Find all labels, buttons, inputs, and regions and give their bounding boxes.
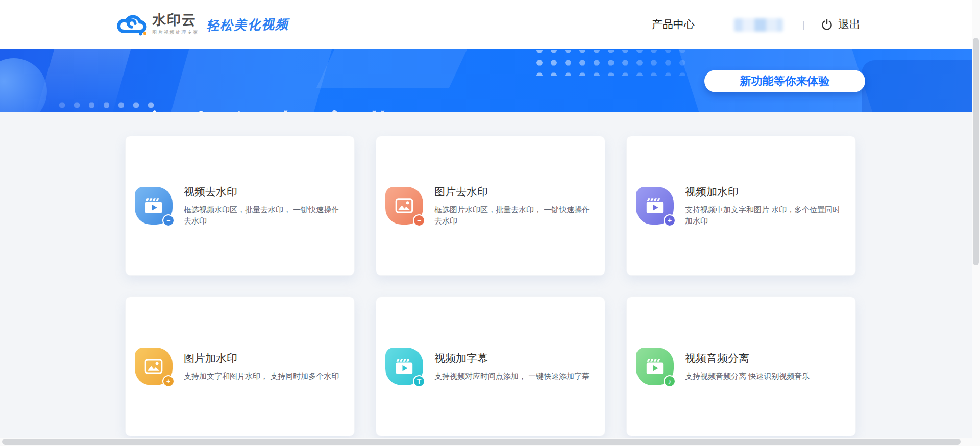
card-desc: 框选图片水印区，批量去水印， 一键快速操作去水印 bbox=[434, 204, 595, 227]
logo-subtitle: 图片视频处理专家 bbox=[152, 29, 199, 36]
horizontal-scrollbar-track[interactable] bbox=[0, 438, 972, 446]
header-divider: | bbox=[802, 0, 805, 49]
minus-badge-icon: − bbox=[162, 214, 175, 227]
card-image-add-watermark[interactable]: + 图片加水印 支持加文字和图片水印， 支持同时加多个水印 bbox=[125, 296, 355, 436]
card-desc: 支持视频音频分离 快速识别视频音乐 bbox=[685, 370, 810, 382]
banner-dots-pattern bbox=[54, 94, 159, 112]
logo[interactable]: 水印云 图片视频处理专家 轻松美化视频 bbox=[116, 10, 289, 39]
logout-label: 退出 bbox=[838, 17, 861, 32]
card-title: 视频音频分离 bbox=[685, 351, 810, 365]
horizontal-scrollbar-thumb[interactable] bbox=[2, 439, 961, 445]
power-icon bbox=[821, 18, 833, 31]
banner-decor-shape bbox=[316, 49, 470, 88]
banner-dots-pattern bbox=[532, 50, 690, 76]
hero-banner: 视频添加字幕 新功能等你来体验 bbox=[0, 49, 972, 112]
card-video-remove-watermark[interactable]: − 视频去水印 框选视频水印区，批量去水印， 一键快速操作去水印 bbox=[125, 136, 355, 276]
page: 水印云 图片视频处理专家 轻松美化视频 产品中心 | 退出 视频添加字幕 新功能… bbox=[0, 0, 980, 446]
card-desc: 支持视频对应时间点添加， 一键快速添加字幕 bbox=[434, 370, 590, 382]
film-clapper-icon bbox=[143, 195, 164, 216]
vertical-scrollbar-track[interactable] bbox=[972, 0, 980, 446]
card-video-add-subtitle[interactable]: T 视频加字幕 支持视频对应时间点添加， 一键快速添加字幕 bbox=[376, 296, 605, 436]
nav-product-center[interactable]: 产品中心 bbox=[652, 0, 695, 49]
video-audio-separate-icon: ♪ bbox=[636, 348, 674, 385]
picture-icon bbox=[143, 356, 164, 377]
film-clapper-icon bbox=[644, 356, 666, 377]
user-name-blurred[interactable] bbox=[734, 18, 783, 32]
image-remove-watermark-icon: − bbox=[385, 187, 423, 225]
film-clapper-icon bbox=[394, 356, 415, 377]
card-title: 视频加字幕 bbox=[434, 351, 590, 365]
plus-badge-icon: + bbox=[664, 214, 676, 227]
banner-title: 视频添加字幕 bbox=[145, 110, 407, 112]
banner-decor-circle bbox=[0, 58, 47, 112]
card-video-add-watermark[interactable]: + 视频加水印 支持视频中加文字和图片 水印，多个位置同时加水印 bbox=[626, 136, 856, 276]
music-note-badge-icon: ♪ bbox=[664, 375, 676, 387]
card-desc: 支持视频中加文字和图片 水印，多个位置同时加水印 bbox=[685, 204, 845, 227]
card-title: 图片去水印 bbox=[434, 185, 595, 199]
cloud-logo-icon bbox=[116, 12, 148, 37]
video-add-subtitle-icon: T bbox=[385, 348, 423, 385]
logout-button[interactable]: 退出 bbox=[821, 0, 861, 49]
card-video-audio-separate[interactable]: ♪ 视频音频分离 支持视频音频分离 快速识别视频音乐 bbox=[626, 296, 856, 436]
banner-decor-blob bbox=[862, 60, 972, 112]
image-add-watermark-icon: + bbox=[135, 348, 173, 385]
picture-icon bbox=[394, 195, 415, 216]
new-feature-cta-button[interactable]: 新功能等你来体验 bbox=[704, 70, 865, 92]
film-clapper-icon bbox=[644, 195, 666, 216]
card-desc: 支持加文字和图片水印， 支持同时加多个水印 bbox=[184, 370, 339, 382]
subtitle-T-badge-icon: T bbox=[413, 375, 425, 387]
minus-badge-icon: − bbox=[413, 214, 425, 227]
card-title: 视频加水印 bbox=[685, 185, 845, 199]
card-image-remove-watermark[interactable]: − 图片去水印 框选图片水印区，批量去水印， 一键快速操作去水印 bbox=[376, 136, 605, 276]
vertical-scrollbar-thumb[interactable] bbox=[973, 38, 979, 265]
plus-badge-icon: + bbox=[162, 375, 175, 387]
logo-slogan: 轻松美化视频 bbox=[206, 15, 289, 34]
video-remove-watermark-icon: − bbox=[135, 187, 173, 225]
card-desc: 框选视频水印区，批量去水印， 一键快速操作去水印 bbox=[184, 204, 344, 227]
card-title: 视频去水印 bbox=[184, 185, 344, 199]
logo-name: 水印云 bbox=[152, 13, 199, 27]
banner-decor-shape bbox=[169, 49, 333, 112]
top-header: 水印云 图片视频处理专家 轻松美化视频 产品中心 | 退出 bbox=[0, 0, 972, 49]
video-add-watermark-icon: + bbox=[636, 187, 674, 225]
card-title: 图片加水印 bbox=[184, 351, 339, 365]
